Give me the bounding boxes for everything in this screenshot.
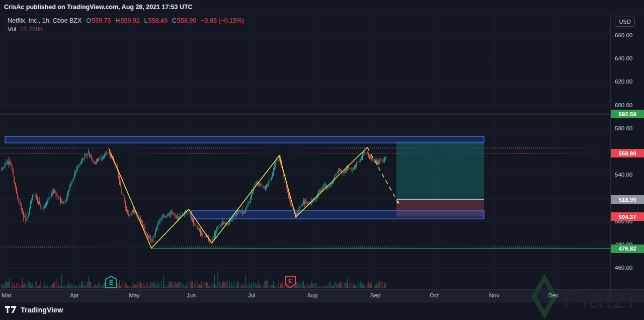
candlestick-series xyxy=(1,149,386,244)
tradingview-brand-text: TradingView xyxy=(21,306,63,314)
volume-series xyxy=(1,271,386,288)
price-tick-label: 540.00 xyxy=(615,172,632,178)
projection-endpoint-dot[interactable] xyxy=(397,201,399,203)
month-label[interactable]: Nov xyxy=(489,292,499,298)
symbol-legend[interactable]: Netflix, Inc., 1h, Cboe BZX O559.75 H559… xyxy=(8,17,244,33)
symbol-title[interactable]: Netflix, Inc., 1h, Cboe BZX xyxy=(8,17,82,24)
gridlines xyxy=(0,14,610,289)
month-label[interactable]: Jun xyxy=(187,292,196,298)
volume-value: 22.758K xyxy=(20,26,43,33)
volume-label[interactable]: Vol xyxy=(8,26,16,33)
price-badge: 592.59 xyxy=(611,110,644,118)
long-position-tool[interactable] xyxy=(396,141,484,216)
footer-bar xyxy=(0,302,644,320)
close-readout: C558.90 xyxy=(172,17,196,24)
open-readout: O559.75 xyxy=(86,17,111,24)
price-tick-label: 580.00 xyxy=(615,125,632,131)
month-label[interactable]: Dec xyxy=(548,292,558,298)
month-label[interactable]: Mar xyxy=(2,292,12,298)
price-tick-label: 660.00 xyxy=(615,32,632,38)
chart-canvas[interactable]: EE xyxy=(0,0,610,302)
price-levels xyxy=(0,114,610,249)
month-label[interactable]: Sep xyxy=(370,292,380,298)
price-badge: 558.90 xyxy=(611,149,644,157)
price-badge: 504.37 xyxy=(611,212,644,221)
header-separator xyxy=(0,14,644,15)
month-label[interactable]: Apr xyxy=(70,292,79,298)
month-label[interactable]: Jul xyxy=(248,292,256,298)
high-readout: H559.92 xyxy=(115,17,139,24)
price-tick-label: 460.00 xyxy=(615,265,632,271)
svg-text:E: E xyxy=(288,278,292,285)
tradingview-logo[interactable]: TradingView xyxy=(5,306,63,314)
supply-band[interactable] xyxy=(5,136,484,143)
demand-band[interactable] xyxy=(191,211,484,219)
projection-dashed-line[interactable] xyxy=(367,147,398,202)
price-tick-label: 620.00 xyxy=(615,78,632,85)
month-label[interactable]: Aug xyxy=(307,292,317,298)
price-tick-label: 640.00 xyxy=(615,55,632,61)
month-label[interactable]: May xyxy=(129,292,140,298)
price-badge: 518.99 xyxy=(611,195,644,204)
month-label[interactable]: Oct xyxy=(430,292,439,298)
currency-toggle-button[interactable]: USD xyxy=(615,17,635,27)
publish-attribution: CrisAc published on TradingView.com, Aug… xyxy=(4,4,193,11)
tradingview-icon xyxy=(5,306,17,314)
price-badge: 476.82 xyxy=(611,245,644,253)
time-axis-strip[interactable] xyxy=(0,289,644,302)
low-readout: L558.49 xyxy=(144,17,168,24)
earnings-marker-down[interactable]: E xyxy=(285,276,295,288)
change-readout: −0.85 (−0.15%) xyxy=(201,17,244,24)
earnings-marker-up[interactable]: E xyxy=(106,276,117,288)
price-axis-border xyxy=(610,14,611,302)
price-tick-label: 600.00 xyxy=(615,102,632,108)
tradingview-published-chart: EE Platzi CrisAc published on TradingVie… xyxy=(0,0,644,320)
svg-text:E: E xyxy=(109,279,113,286)
